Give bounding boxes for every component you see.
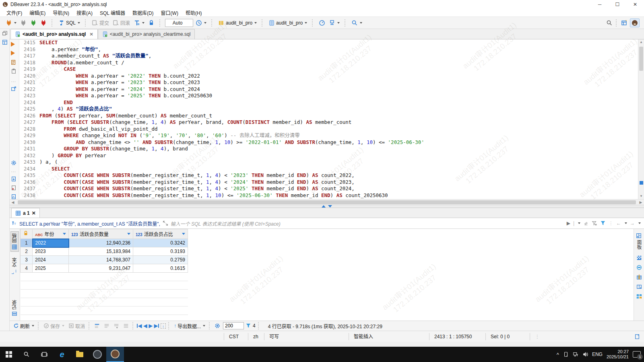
explain-plan-button[interactable] xyxy=(11,60,17,66)
tray-expand-button[interactable]: ^ xyxy=(557,352,559,358)
menu-item[interactable]: 搜索(A) xyxy=(73,8,96,17)
editor-results-sash[interactable] xyxy=(10,205,644,208)
tab-panels[interactable]: 面板 xyxy=(635,231,643,251)
search-metadata-button[interactable] xyxy=(350,19,363,27)
back-history-caret[interactable] xyxy=(625,222,627,224)
grid-cell[interactable]: 2022 xyxy=(33,239,69,247)
delete-row-button[interactable] xyxy=(122,323,130,329)
save-script-button[interactable] xyxy=(11,176,17,183)
add-row-button[interactable] xyxy=(93,323,101,329)
table-row[interactable]: 2202315,183,9840.3193 xyxy=(21,247,188,256)
fetch-size-input[interactable] xyxy=(223,322,244,329)
cancel-button[interactable]: 取消 xyxy=(67,322,86,330)
grid-cell[interactable]: 9,231,047 xyxy=(69,264,133,273)
next-row-button[interactable]: ▶ xyxy=(149,323,153,329)
duplicate-row-button[interactable] xyxy=(103,323,111,329)
calc-panel-icon[interactable]: −+✕= xyxy=(636,294,642,299)
copy-row-button[interactable] xyxy=(112,323,120,329)
close-button[interactable]: ✕ xyxy=(626,0,644,9)
table-row[interactable]: 420259,231,0470.1615 xyxy=(21,264,188,273)
schema-selector[interactable]: audit_bi_pro xyxy=(267,19,308,27)
tab-text-view[interactable]: T 文本 xyxy=(11,256,19,276)
caret-position-status[interactable]: 2413 : 1 : 105750 xyxy=(429,333,485,340)
tab-grid-view[interactable]: 网格 xyxy=(10,231,19,252)
table-row[interactable]: 3202414,768,3070.2759 xyxy=(21,256,188,264)
commit-button[interactable]: 提交 xyxy=(91,19,110,27)
new-connection-button[interactable] xyxy=(4,19,18,27)
code-area[interactable]: 2415SELECT2416 a.perYear "年份",2417 a.mem… xyxy=(19,39,638,199)
fetch-all-button[interactable]: ↓ xyxy=(161,323,166,329)
references-panel-icon[interactable] xyxy=(636,284,642,290)
menu-item[interactable]: 窗口(W) xyxy=(158,8,182,17)
transaction-log-button[interactable] xyxy=(132,19,146,27)
aggregate-columns-icon[interactable] xyxy=(636,274,642,280)
dashboard-button[interactable] xyxy=(318,19,326,27)
close-tab-icon[interactable]: ✕ xyxy=(89,32,93,37)
minimize-button[interactable]: ─ xyxy=(591,0,609,9)
edge-button[interactable]: e xyxy=(53,347,71,362)
rollback-button[interactable]: 回滚 xyxy=(111,19,131,27)
sql-editor-button[interactable]: SQL xyxy=(57,19,81,27)
menu-item[interactable]: 帮助(H) xyxy=(182,8,205,17)
tx-history-button[interactable] xyxy=(194,19,208,27)
grid-cell[interactable]: 0.3193 xyxy=(133,247,188,256)
editor-settings-button[interactable] xyxy=(11,160,17,167)
menu-item[interactable]: 编辑(E) xyxy=(26,8,49,17)
maximize-button[interactable]: ☐ xyxy=(609,0,626,9)
network-icon[interactable] xyxy=(573,352,578,357)
editor-tab[interactable]: <audit_bi_pro> analysis_cleartime.sql xyxy=(98,29,195,39)
reconnect-button[interactable] xyxy=(29,19,38,27)
export-data-button[interactable]: ↑ 导出数据... xyxy=(173,322,206,330)
grid-cell[interactable]: 0.3242 xyxy=(133,239,188,247)
row-number[interactable]: 3 xyxy=(21,256,33,264)
taskbar-clock[interactable]: 20:272025/10/21 xyxy=(607,349,629,360)
open-in-window-button[interactable] xyxy=(11,86,17,93)
lock-button[interactable] xyxy=(147,19,156,27)
column-dropdown-icon[interactable] xyxy=(127,233,130,235)
row-number[interactable]: 1 xyxy=(21,239,33,247)
last-row-button[interactable]: ▶ xyxy=(154,323,159,329)
grid-cell[interactable]: 2023 xyxy=(33,247,69,256)
script-stats-button[interactable] xyxy=(11,194,17,201)
menu-item[interactable]: 文件(F) xyxy=(3,8,25,17)
grid-cell[interactable]: 15,183,984 xyxy=(69,247,133,256)
close-results-icon[interactable]: ✕ xyxy=(32,210,36,216)
app-button[interactable] xyxy=(89,347,106,362)
tx-mode-combo[interactable]: Auto xyxy=(165,19,193,27)
remove-filter-icon[interactable] xyxy=(592,220,597,226)
notifications-status-icon[interactable] xyxy=(634,334,640,339)
grid-cell[interactable]: 0.2759 xyxy=(133,256,188,264)
refresh-button[interactable]: 刷新 xyxy=(12,322,35,330)
file-explorer-button[interactable] xyxy=(71,347,89,362)
filter-input[interactable]: 输入一个 SQL 表达式来过滤结果 (使用 Ctrl+Space) xyxy=(171,220,564,227)
dbeaver-taskbar-button[interactable] xyxy=(106,347,124,362)
menu-item[interactable]: 导航(N) xyxy=(50,8,72,17)
grid-cell[interactable]: 2024 xyxy=(33,256,69,264)
output-button[interactable] xyxy=(328,19,341,27)
filter-icon[interactable] xyxy=(600,220,606,226)
tab-record-mode[interactable]: 记录 xyxy=(11,298,19,318)
restore-editor-icon[interactable] xyxy=(2,31,8,36)
grid-cell[interactable]: 12,940,236 xyxy=(69,239,133,247)
table-row[interactable]: 1202212,940,2360.3242 xyxy=(21,239,188,247)
database-navigator-icon[interactable] xyxy=(2,39,8,45)
invalidate-button[interactable] xyxy=(39,19,48,27)
script-templates-button[interactable] xyxy=(11,68,17,75)
dbeaver-perspective-button[interactable] xyxy=(630,19,640,27)
editor-vertical-scrollbar[interactable]: ▲ ▼ xyxy=(638,39,644,199)
menu-item[interactable]: SQL 编辑器 xyxy=(97,8,128,17)
column-header[interactable]: 123活跃会员占比 xyxy=(133,229,188,239)
database-selector[interactable]: audit_bi_pro xyxy=(217,19,258,27)
editor-horizontal-scrollbar[interactable]: ◀▶ xyxy=(10,199,644,205)
result-settings-button[interactable] xyxy=(213,323,221,329)
nav-back-button[interactable]: ← xyxy=(616,220,621,226)
script-record-button[interactable] xyxy=(11,185,17,192)
maximize-results-icon[interactable] xyxy=(322,205,326,208)
notification-center-icon[interactable]: 1 xyxy=(633,351,641,358)
forward-history-caret[interactable] xyxy=(638,222,641,224)
input-language[interactable]: ENG xyxy=(592,352,603,357)
editor-tab[interactable]: <audit_bi_pro> analysis.sql✕ xyxy=(10,29,98,39)
eraser-icon[interactable] xyxy=(583,220,589,226)
execute-script-button[interactable] xyxy=(11,51,15,57)
apply-filter-button[interactable]: ▶ xyxy=(567,220,570,226)
